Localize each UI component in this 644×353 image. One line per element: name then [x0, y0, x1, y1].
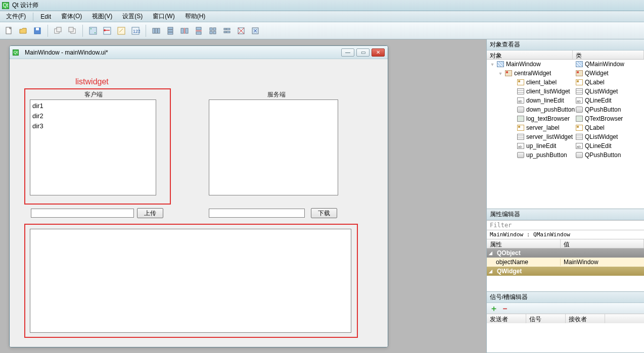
bring-front-icon[interactable]	[66, 25, 78, 37]
svg-rect-4	[57, 27, 61, 32]
close-button[interactable]: ✕	[372, 48, 385, 57]
signal-col-signal[interactable]: 信号	[526, 314, 566, 323]
prop-col-name[interactable]: 属性	[487, 239, 561, 248]
property-filter-input[interactable]: Filter	[487, 220, 644, 230]
upload-button[interactable]: 上传	[137, 208, 163, 218]
signal-slot-panel: 信号/槽编辑器 ＋ － 发送者 信号 接收者	[487, 292, 644, 353]
tree-row-server_listWidget[interactable]: server_listWidgetQListWidget	[487, 132, 644, 141]
svg-rect-25	[210, 28, 212, 30]
down-lineedit[interactable]	[209, 209, 305, 218]
list-item[interactable]: dir1	[32, 101, 154, 111]
svg-point-9	[95, 32, 96, 33]
open-file-icon[interactable]	[17, 25, 29, 37]
svg-rect-17	[158, 28, 160, 33]
menu-form[interactable]: 窗体(O)	[58, 11, 85, 22]
tree-row-log_textBrowser[interactable]: log_textBrowserQTextBrowser	[487, 114, 644, 123]
remove-signal-icon[interactable]: －	[501, 305, 509, 312]
menu-view[interactable]: 视图(V)	[89, 11, 115, 22]
menu-help[interactable]: 帮助(H)	[182, 11, 209, 22]
layout-vsplit-icon[interactable]	[193, 25, 205, 37]
object-inspector-panel: 对象查看器 对象 类 ▿MainWindowQMainWindow▿centra…	[487, 39, 644, 209]
tree-row-client_listWidget[interactable]: client_listWidgetQListWidget	[487, 87, 644, 96]
layout-form-icon[interactable]	[221, 25, 233, 37]
obj-col-class[interactable]: 类	[573, 51, 644, 59]
signal-col-receiver[interactable]: 接收者	[566, 314, 605, 323]
svg-point-11	[104, 29, 106, 31]
prop-section-qwidget[interactable]: ◢QWidget	[487, 267, 644, 276]
list-item[interactable]: dir2	[32, 111, 154, 121]
svg-rect-30	[226, 28, 230, 30]
server-listwidget[interactable]	[209, 99, 338, 195]
signal-grid-header: 发送者 信号 接收者	[487, 314, 644, 323]
layout-h-icon[interactable]	[150, 25, 162, 37]
qt-icon: Qt	[13, 49, 19, 56]
list-item[interactable]: dir3	[32, 121, 154, 131]
maximize-button[interactable]: ▭	[356, 48, 370, 57]
app-titlebar: Qt Qt 设计师	[0, 0, 644, 11]
signal-toolbar: ＋ －	[487, 303, 644, 314]
svg-rect-22	[186, 28, 188, 33]
send-back-icon[interactable]	[52, 25, 64, 37]
app-title: Qt 设计师	[12, 1, 38, 10]
signal-grid-body[interactable]	[487, 323, 644, 352]
save-file-icon[interactable]	[31, 25, 43, 37]
new-file-icon[interactable]	[3, 25, 15, 37]
form-window-titlebar[interactable]: Qt MainWindow - mainWindow.ui* — ▭ ✕	[10, 46, 388, 59]
add-signal-icon[interactable]: ＋	[490, 305, 498, 312]
menu-settings[interactable]: 设置(S)	[119, 11, 146, 22]
obj-col-object[interactable]: 对象	[487, 51, 573, 59]
svg-rect-2	[36, 28, 39, 30]
svg-rect-19	[168, 30, 173, 32]
client-listwidget[interactable]: dir1 dir2 dir3	[30, 99, 156, 195]
prop-col-value[interactable]: 值	[561, 239, 644, 248]
signal-slot-header[interactable]: 信号/槽编辑器	[487, 292, 644, 303]
svg-rect-15	[153, 28, 155, 33]
prop-section-qobject[interactable]: ◢QObject	[487, 248, 644, 258]
tree-row-down_pushButton[interactable]: down_pushButtonQPushButton	[487, 105, 644, 114]
tree-row-server_label[interactable]: server_labelQLabel	[487, 123, 644, 132]
menu-window[interactable]: 窗口(W)	[150, 11, 177, 22]
layout-v-icon[interactable]	[164, 25, 176, 37]
object-tree[interactable]: ▿MainWindowQMainWindow▿centralWidgetQWid…	[487, 60, 644, 209]
svg-rect-31	[224, 31, 226, 33]
up-lineedit[interactable]	[31, 209, 134, 218]
edit-widgets-icon[interactable]	[87, 25, 99, 37]
svg-rect-32	[226, 31, 230, 33]
toolbar: 123	[0, 22, 644, 39]
menubar: 文件(F) Edit 窗体(O) 视图(V) 设置(S) 窗口(W) 帮助(H)	[0, 11, 644, 22]
annotation-listwidget: listwidget	[75, 77, 109, 86]
object-inspector-header[interactable]: 对象查看器	[487, 39, 644, 51]
tree-row-MainWindow[interactable]: ▿MainWindowQMainWindow	[487, 60, 644, 69]
tree-row-up_lineEdit[interactable]: up_lineEditQLineEdit	[487, 141, 644, 150]
tree-row-centralWidget[interactable]: ▿centralWidgetQWidget	[487, 69, 644, 78]
edit-signals-icon[interactable]	[101, 25, 113, 37]
menu-file[interactable]: 文件(F)	[3, 11, 29, 22]
svg-rect-20	[168, 32, 173, 34]
form-window-title: MainWindow - mainWindow.ui*	[25, 49, 108, 56]
prop-row-objectname[interactable]: objectName MainWindow	[487, 258, 644, 267]
svg-rect-23	[196, 27, 201, 30]
property-editor-header[interactable]: 属性编辑器	[487, 209, 644, 220]
property-grid-header: 属性 值	[487, 239, 644, 248]
signal-col-sender[interactable]: 发送者	[487, 314, 526, 323]
menu-edit[interactable]: Edit	[37, 12, 54, 21]
tree-row-up_pushButton[interactable]: up_pushButtonQPushButton	[487, 150, 644, 160]
break-layout-icon[interactable]	[235, 25, 247, 37]
svg-rect-7	[89, 27, 97, 34]
layout-hsplit-icon[interactable]	[178, 25, 191, 37]
object-tree-header: 对象 类	[487, 51, 644, 60]
download-button[interactable]: 下载	[311, 208, 337, 218]
svg-rect-21	[181, 28, 183, 33]
adjust-size-icon[interactable]	[249, 25, 261, 37]
edit-taborder-icon[interactable]: 123	[129, 25, 142, 37]
property-grid[interactable]: ◢QObject objectName MainWindow ◢QWidget	[487, 248, 644, 291]
svg-text:123: 123	[133, 29, 140, 34]
edit-buddies-icon[interactable]	[115, 25, 127, 37]
tree-row-client_label[interactable]: client_labelQLabel	[487, 78, 644, 87]
tree-row-down_lineEdit[interactable]: down_lineEditQLineEdit	[487, 96, 644, 105]
minimize-button[interactable]: —	[341, 48, 354, 57]
qt-icon: Qt	[2, 2, 9, 9]
client-label: 客户端	[84, 90, 103, 99]
layout-grid-icon[interactable]	[207, 25, 219, 37]
log-textbrowser[interactable]	[30, 229, 351, 333]
